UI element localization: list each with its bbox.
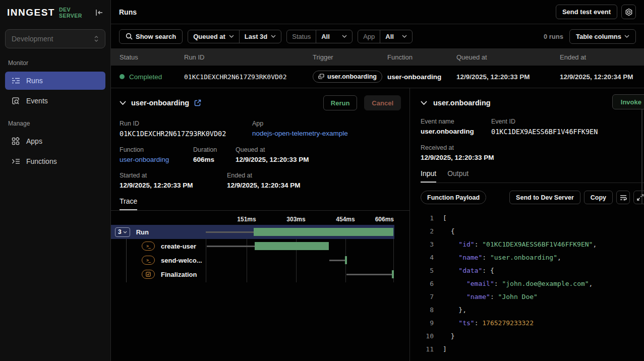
search-icon: [126, 33, 133, 40]
settings-button[interactable]: [621, 5, 636, 19]
event-id-label: Event ID: [491, 118, 598, 125]
tab-output[interactable]: Output: [447, 169, 469, 183]
trace-row-send-welcome[interactable]: >_ send-welco...: [111, 253, 409, 267]
rerun-button[interactable]: Rerun: [323, 95, 358, 110]
chevron-down-icon: [271, 35, 276, 38]
trace-row-finalization[interactable]: Finalization: [111, 267, 409, 281]
expand-icon: [637, 194, 643, 201]
time-filter-group: Queued at Last 3d: [188, 30, 281, 43]
dev-server-badge: DEV SERVER: [59, 7, 91, 19]
logo-row: INNGEST DEV SERVER: [0, 0, 110, 25]
workspace-select-value: Development: [12, 35, 53, 43]
trace-row-run[interactable]: 3 Run: [111, 225, 394, 239]
event-id-value: 01KC1DEX9AESS6BF1V46FFK9EN: [491, 128, 598, 136]
code-line: 9 "ts": 1765279233322: [421, 316, 644, 329]
run-id-label: Run ID: [120, 120, 252, 127]
event-name-label: Event name: [421, 118, 491, 125]
collapse-chevron-icon[interactable]: [421, 101, 427, 105]
invoke-button[interactable]: Invoke: [612, 94, 644, 109]
app-filter[interactable]: All: [380, 30, 412, 43]
monitor-section-label: Monitor: [8, 59, 102, 67]
run-status: Completed: [129, 73, 162, 81]
event-name-value: user.onboarding: [421, 128, 491, 135]
sidebar-item-events[interactable]: Events: [5, 92, 105, 110]
code-block: 1[2 {3 "id": "01KC1DEX9AESS6BF1V46FFK9EN…: [421, 211, 644, 355]
chevron-down-icon: [229, 35, 234, 38]
axis-tick: 454ms: [336, 216, 355, 223]
tab-trace[interactable]: Trace: [120, 197, 137, 210]
trace-span-bar: [255, 242, 329, 250]
main-content: Runs Send test event Show search: [111, 0, 644, 361]
runs-table-header: Status Run ID Trigger Function Queued at…: [111, 48, 644, 66]
trace-waterfall: 151ms 303ms 454ms 606ms 3 Run: [111, 215, 409, 286]
received-at-value: 12/9/2025, 12:20:33 PM: [421, 154, 494, 161]
code-line: 3 "id": "01KC1DEX9AESS6BF1V46FFK9EN",: [421, 237, 644, 251]
table-columns-label: Table columns: [576, 33, 621, 40]
status-dot: [120, 74, 125, 79]
sidebar-collapse-icon[interactable]: [95, 9, 103, 16]
function-label: Function: [120, 146, 193, 153]
scrollbar-track: [641, 108, 642, 204]
table-row[interactable]: Completed 01KC1DEXCHR2N617Z93RK0VD02 use…: [111, 66, 644, 88]
apps-icon: [11, 137, 20, 145]
cancel-button: Cancel: [364, 95, 401, 110]
trace-row-label: create-user: [161, 243, 196, 250]
sidebar-item-apps[interactable]: Apps: [5, 132, 105, 150]
trace-wait-line: [206, 231, 254, 233]
trace-time-axis: 151ms 303ms 454ms 606ms: [111, 215, 409, 225]
chevron-down-icon: [342, 35, 347, 38]
copy-button[interactable]: Copy: [584, 191, 613, 204]
send-test-event-button[interactable]: Send test event: [556, 5, 617, 19]
inngest-logo: INNGEST: [7, 7, 55, 18]
code-lines: 1[2 {3 "id": "01KC1DEX9AESS6BF1V46FFK9EN…: [421, 211, 644, 355]
time-range-filter[interactable]: Last 3d: [239, 30, 281, 43]
events-icon: [11, 97, 20, 105]
collapse-chevron-icon[interactable]: [120, 101, 126, 105]
axis-tick: 606ms: [375, 216, 394, 223]
status-filter[interactable]: All: [316, 30, 352, 43]
send-to-dev-server-button[interactable]: Send to Dev Server: [509, 191, 580, 204]
workspace-select[interactable]: Development: [5, 29, 105, 48]
received-at-label: Received at: [421, 144, 494, 151]
run-panel-title: user-onboarding: [131, 99, 189, 107]
code-line: 5 "data": {: [421, 264, 644, 277]
external-link-icon[interactable]: [194, 99, 201, 106]
trace-tabs: Trace: [111, 197, 409, 211]
ended-at-value: 12/9/2025, 12:20:34 PM: [227, 182, 301, 189]
queued-at-filter[interactable]: Queued at: [188, 30, 239, 43]
sidebar-item-runs[interactable]: Runs: [5, 72, 105, 90]
sidebar-item-functions[interactable]: Functions: [5, 152, 105, 170]
trace-wait-line: [346, 274, 392, 275]
column-header-function: Function: [387, 53, 456, 61]
sidebar-item-label: Runs: [26, 77, 43, 85]
function-link[interactable]: user-onboarding: [120, 156, 193, 163]
table-columns-button[interactable]: Table columns: [569, 29, 636, 44]
sidebar: INNGEST DEV SERVER Development Monitor R…: [0, 0, 111, 361]
function-payload-button[interactable]: Function Payload: [421, 191, 486, 204]
app-filter-label: App: [358, 30, 380, 43]
step-run-icon: >_: [142, 256, 155, 265]
axis-tick: 303ms: [286, 216, 305, 223]
column-header-queued-at: Queued at: [456, 53, 560, 61]
ended-at-label: Ended at: [227, 172, 301, 179]
manage-section-label: Manage: [8, 120, 102, 127]
code-line: 6 "email": "john.doe@example.com",: [421, 277, 644, 290]
span-count-badge[interactable]: 3: [115, 227, 130, 237]
queued-at-cell: 12/9/2025, 12:20:33 PM: [456, 73, 560, 81]
trace-span-bar: [345, 256, 347, 264]
queued-at-value: 12/9/2025, 12:20:33 PM: [236, 156, 309, 163]
word-wrap-button[interactable]: [616, 191, 630, 204]
tab-input[interactable]: Input: [421, 169, 436, 183]
trace-wait-line: [329, 260, 345, 261]
details-area: user-onboarding Rerun Cancel Run ID 01KC…: [111, 88, 644, 361]
runs-icon: [11, 77, 20, 84]
trace-row-create-user[interactable]: >_ create-user: [111, 239, 409, 253]
trigger-badge[interactable]: user.onboarding: [313, 71, 382, 83]
finalization-icon: [142, 270, 155, 279]
filter-bar: Show search Queued at Last 3d Status All: [111, 24, 644, 48]
app-link[interactable]: nodejs-open-telemetry-example: [252, 130, 348, 137]
show-search-button[interactable]: Show search: [119, 29, 183, 44]
functions-icon: [11, 158, 20, 165]
duration-label: Duration: [193, 146, 236, 153]
word-wrap-icon: [620, 195, 627, 201]
